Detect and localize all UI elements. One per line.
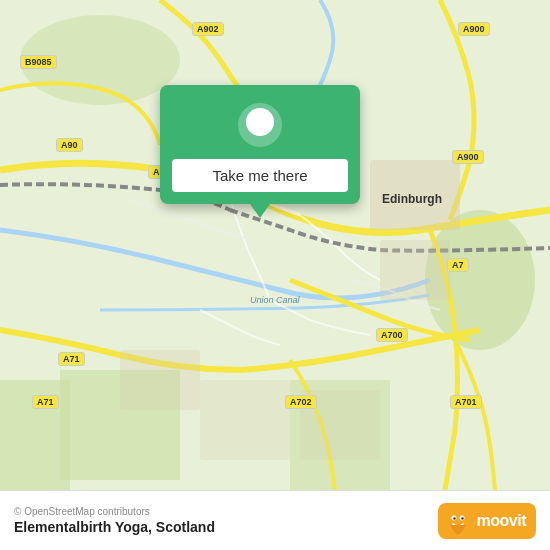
road-label-a700: A700 [376, 328, 408, 342]
road-label-a702: A702 [285, 395, 317, 409]
location-pin-icon [236, 101, 284, 149]
road-label-a900-right: A900 [452, 150, 484, 164]
road-label-a71-2: A71 [32, 395, 59, 409]
union-canal-label: Union Canal [250, 295, 300, 305]
popup-card[interactable]: Take me there [160, 85, 360, 204]
road-label-b9085: B9085 [20, 55, 57, 69]
bottom-left-info: © OpenStreetMap contributors Elementalbi… [14, 506, 215, 535]
road-label-a90-left: A90 [56, 138, 83, 152]
road-label-a7: A7 [447, 258, 469, 272]
svg-rect-7 [380, 240, 450, 300]
place-name: Elementalbirth Yoga, Scotland [14, 519, 215, 535]
svg-point-18 [461, 517, 463, 519]
svg-rect-8 [120, 350, 200, 410]
map-container: B9085 A902 A900 A90 A90 A900 Edinburgh A… [0, 0, 550, 490]
take-me-there-button[interactable]: Take me there [172, 159, 348, 192]
moovit-logo[interactable]: moovit [438, 503, 536, 539]
road-label-a902: A902 [192, 22, 224, 36]
moovit-face-icon [444, 507, 472, 535]
edinburgh-label: Edinburgh [382, 192, 442, 206]
bottom-bar: © OpenStreetMap contributors Elementalbi… [0, 490, 550, 550]
svg-rect-9 [200, 380, 290, 460]
moovit-text: moovit [477, 512, 526, 530]
svg-point-17 [453, 517, 455, 519]
road-label-a701: A701 [450, 395, 482, 409]
osm-credit: © OpenStreetMap contributors [14, 506, 215, 517]
road-label-a900-top: A900 [458, 22, 490, 36]
road-label-a71-1: A71 [58, 352, 85, 366]
